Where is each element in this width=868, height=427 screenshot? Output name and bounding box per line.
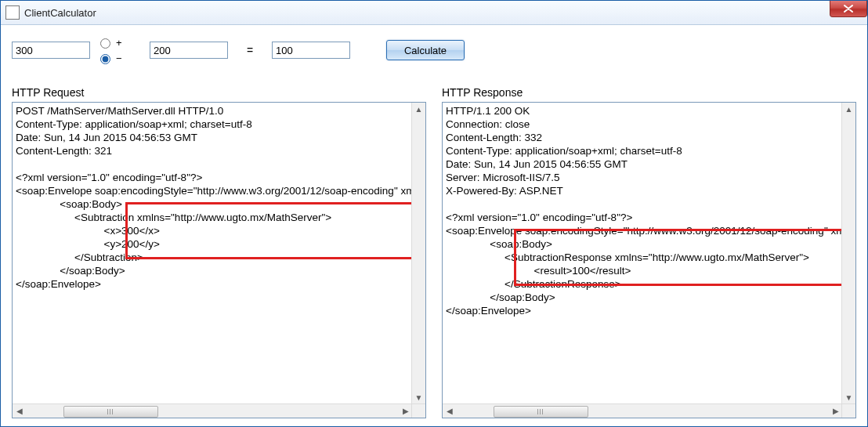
panels: HTTP Request POST /MathServer/MathServer… [12, 86, 856, 418]
hscroll-track[interactable] [456, 404, 829, 418]
hscroll-thumb[interactable] [63, 406, 158, 418]
scroll-down-icon[interactable]: ▼ [412, 391, 425, 404]
close-icon [844, 5, 853, 13]
scroll-left-icon[interactable]: ◀ [443, 407, 456, 415]
op-plus-row[interactable]: + [96, 36, 143, 49]
scroll-up-icon[interactable]: ▲ [412, 103, 425, 116]
response-label: HTTP Response [442, 86, 856, 99]
response-text[interactable]: HTTP/1.1 200 OK Connection: close Conten… [443, 103, 842, 404]
operand-a-input[interactable] [12, 42, 90, 59]
plus-label: + [116, 37, 122, 49]
app-icon [5, 5, 20, 20]
response-panel: HTTP Response HTTP/1.1 200 OK Connection… [442, 86, 856, 418]
window-controls [830, 1, 867, 17]
response-textarea[interactable]: HTTP/1.1 200 OK Connection: close Conten… [442, 102, 856, 418]
hscroll-track[interactable] [26, 404, 399, 418]
equals-label: = [234, 44, 266, 56]
scroll-right-icon[interactable]: ▶ [829, 407, 842, 415]
scroll-corner [841, 403, 855, 418]
minus-label: − [116, 52, 122, 64]
request-panel: HTTP Request POST /MathServer/MathServer… [12, 86, 426, 418]
window-title: ClientCalculator [24, 7, 96, 19]
request-vscrollbar[interactable]: ▲ ▼ [411, 103, 425, 404]
scroll-corner [411, 403, 425, 418]
hscroll-thumb[interactable] [494, 406, 588, 418]
radio-plus[interactable] [100, 38, 110, 49]
operator-group: + − [96, 36, 143, 64]
scroll-down-icon[interactable]: ▼ [842, 391, 855, 404]
calculate-button[interactable]: Calculate [386, 40, 465, 60]
op-minus-row[interactable]: − [96, 52, 143, 64]
request-text[interactable]: POST /MathServer/MathServer.dll HTTP/1.0… [13, 103, 412, 404]
operand-b-input[interactable] [150, 42, 228, 59]
request-hscrollbar[interactable]: ◀ ▶ [13, 403, 412, 418]
request-textarea[interactable]: POST /MathServer/MathServer.dll HTTP/1.0… [12, 102, 426, 418]
scroll-right-icon[interactable]: ▶ [399, 407, 412, 415]
response-vscrollbar[interactable]: ▲ ▼ [841, 103, 855, 404]
scroll-left-icon[interactable]: ◀ [13, 407, 26, 415]
scroll-up-icon[interactable]: ▲ [842, 103, 855, 116]
app-window: ClientCalculator + − = [0, 0, 868, 427]
response-hscrollbar[interactable]: ◀ ▶ [443, 403, 842, 418]
close-button[interactable] [830, 1, 867, 17]
radio-minus[interactable] [100, 54, 110, 64]
operand-row: + − = Calculate [12, 36, 856, 64]
client-area: + − = Calculate HTTP Request POST /MathS… [1, 25, 867, 426]
request-label: HTTP Request [12, 86, 426, 99]
titlebar[interactable]: ClientCalculator [1, 1, 867, 25]
result-output[interactable] [272, 42, 350, 59]
